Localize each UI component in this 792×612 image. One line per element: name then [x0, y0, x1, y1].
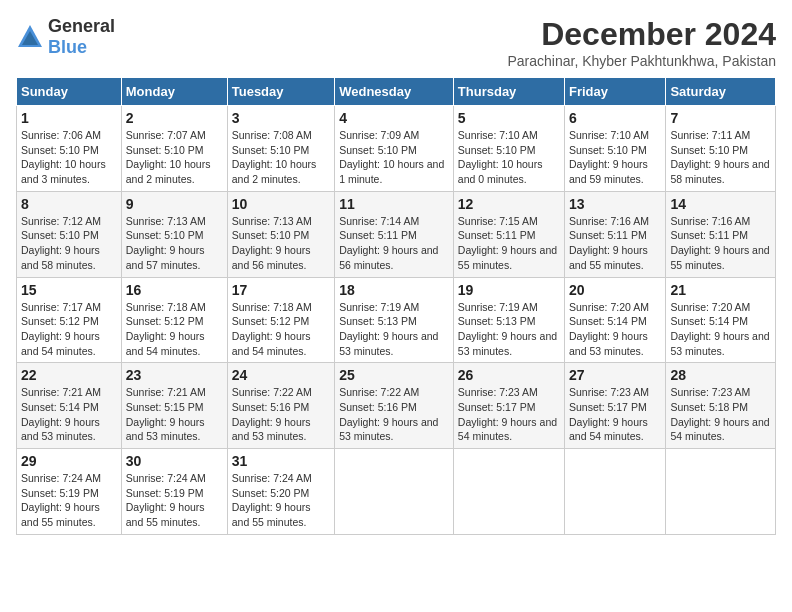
day-detail: Sunrise: 7:20 AMSunset: 5:14 PMDaylight:…: [569, 300, 661, 359]
day-detail: Sunrise: 7:11 AMSunset: 5:10 PMDaylight:…: [670, 128, 771, 187]
calendar-cell: [335, 449, 454, 535]
week-row-2: 8Sunrise: 7:12 AMSunset: 5:10 PMDaylight…: [17, 191, 776, 277]
day-detail: Sunrise: 7:23 AMSunset: 5:17 PMDaylight:…: [458, 385, 560, 444]
column-header-tuesday: Tuesday: [227, 78, 334, 106]
header-row: SundayMondayTuesdayWednesdayThursdayFrid…: [17, 78, 776, 106]
day-number: 8: [21, 196, 117, 212]
main-title: December 2024: [508, 16, 777, 53]
calendar-cell: 27Sunrise: 7:23 AMSunset: 5:17 PMDayligh…: [565, 363, 666, 449]
calendar-cell: 2Sunrise: 7:07 AMSunset: 5:10 PMDaylight…: [121, 106, 227, 192]
calendar-cell: 16Sunrise: 7:18 AMSunset: 5:12 PMDayligh…: [121, 277, 227, 363]
day-detail: Sunrise: 7:17 AMSunset: 5:12 PMDaylight:…: [21, 300, 117, 359]
day-detail: Sunrise: 7:23 AMSunset: 5:17 PMDaylight:…: [569, 385, 661, 444]
calendar-cell: 29Sunrise: 7:24 AMSunset: 5:19 PMDayligh…: [17, 449, 122, 535]
header: General Blue December 2024 Parachinar, K…: [16, 16, 776, 69]
calendar-cell: 6Sunrise: 7:10 AMSunset: 5:10 PMDaylight…: [565, 106, 666, 192]
day-detail: Sunrise: 7:24 AMSunset: 5:19 PMDaylight:…: [21, 471, 117, 530]
day-detail: Sunrise: 7:13 AMSunset: 5:10 PMDaylight:…: [232, 214, 330, 273]
day-number: 1: [21, 110, 117, 126]
calendar-cell: 12Sunrise: 7:15 AMSunset: 5:11 PMDayligh…: [453, 191, 564, 277]
day-number: 16: [126, 282, 223, 298]
calendar-cell: 31Sunrise: 7:24 AMSunset: 5:20 PMDayligh…: [227, 449, 334, 535]
day-detail: Sunrise: 7:14 AMSunset: 5:11 PMDaylight:…: [339, 214, 449, 273]
day-detail: Sunrise: 7:08 AMSunset: 5:10 PMDaylight:…: [232, 128, 330, 187]
logo-general: General: [48, 16, 115, 36]
day-number: 12: [458, 196, 560, 212]
day-detail: Sunrise: 7:19 AMSunset: 5:13 PMDaylight:…: [458, 300, 560, 359]
day-detail: Sunrise: 7:15 AMSunset: 5:11 PMDaylight:…: [458, 214, 560, 273]
calendar-cell: 5Sunrise: 7:10 AMSunset: 5:10 PMDaylight…: [453, 106, 564, 192]
calendar-cell: 30Sunrise: 7:24 AMSunset: 5:19 PMDayligh…: [121, 449, 227, 535]
week-row-3: 15Sunrise: 7:17 AMSunset: 5:12 PMDayligh…: [17, 277, 776, 363]
calendar-cell: 14Sunrise: 7:16 AMSunset: 5:11 PMDayligh…: [666, 191, 776, 277]
calendar-cell: 10Sunrise: 7:13 AMSunset: 5:10 PMDayligh…: [227, 191, 334, 277]
calendar-cell: 22Sunrise: 7:21 AMSunset: 5:14 PMDayligh…: [17, 363, 122, 449]
column-header-monday: Monday: [121, 78, 227, 106]
day-number: 18: [339, 282, 449, 298]
day-detail: Sunrise: 7:22 AMSunset: 5:16 PMDaylight:…: [232, 385, 330, 444]
day-number: 15: [21, 282, 117, 298]
day-number: 31: [232, 453, 330, 469]
calendar-cell: 25Sunrise: 7:22 AMSunset: 5:16 PMDayligh…: [335, 363, 454, 449]
column-header-friday: Friday: [565, 78, 666, 106]
day-detail: Sunrise: 7:07 AMSunset: 5:10 PMDaylight:…: [126, 128, 223, 187]
day-number: 24: [232, 367, 330, 383]
calendar-cell: [453, 449, 564, 535]
day-number: 22: [21, 367, 117, 383]
day-detail: Sunrise: 7:21 AMSunset: 5:14 PMDaylight:…: [21, 385, 117, 444]
day-number: 30: [126, 453, 223, 469]
day-number: 27: [569, 367, 661, 383]
day-detail: Sunrise: 7:09 AMSunset: 5:10 PMDaylight:…: [339, 128, 449, 187]
week-row-1: 1Sunrise: 7:06 AMSunset: 5:10 PMDaylight…: [17, 106, 776, 192]
calendar-cell: 17Sunrise: 7:18 AMSunset: 5:12 PMDayligh…: [227, 277, 334, 363]
day-detail: Sunrise: 7:12 AMSunset: 5:10 PMDaylight:…: [21, 214, 117, 273]
column-header-wednesday: Wednesday: [335, 78, 454, 106]
week-row-5: 29Sunrise: 7:24 AMSunset: 5:19 PMDayligh…: [17, 449, 776, 535]
day-number: 7: [670, 110, 771, 126]
calendar-cell: 23Sunrise: 7:21 AMSunset: 5:15 PMDayligh…: [121, 363, 227, 449]
logo-blue: Blue: [48, 37, 87, 57]
day-number: 26: [458, 367, 560, 383]
calendar-cell: [666, 449, 776, 535]
day-detail: Sunrise: 7:20 AMSunset: 5:14 PMDaylight:…: [670, 300, 771, 359]
day-detail: Sunrise: 7:23 AMSunset: 5:18 PMDaylight:…: [670, 385, 771, 444]
day-detail: Sunrise: 7:24 AMSunset: 5:19 PMDaylight:…: [126, 471, 223, 530]
day-detail: Sunrise: 7:24 AMSunset: 5:20 PMDaylight:…: [232, 471, 330, 530]
day-detail: Sunrise: 7:18 AMSunset: 5:12 PMDaylight:…: [126, 300, 223, 359]
day-number: 28: [670, 367, 771, 383]
column-header-sunday: Sunday: [17, 78, 122, 106]
calendar-cell: 26Sunrise: 7:23 AMSunset: 5:17 PMDayligh…: [453, 363, 564, 449]
calendar-cell: 24Sunrise: 7:22 AMSunset: 5:16 PMDayligh…: [227, 363, 334, 449]
day-detail: Sunrise: 7:13 AMSunset: 5:10 PMDaylight:…: [126, 214, 223, 273]
calendar-cell: 1Sunrise: 7:06 AMSunset: 5:10 PMDaylight…: [17, 106, 122, 192]
day-number: 11: [339, 196, 449, 212]
logo: General Blue: [16, 16, 115, 58]
calendar-cell: 8Sunrise: 7:12 AMSunset: 5:10 PMDaylight…: [17, 191, 122, 277]
day-number: 3: [232, 110, 330, 126]
day-detail: Sunrise: 7:21 AMSunset: 5:15 PMDaylight:…: [126, 385, 223, 444]
calendar-cell: 11Sunrise: 7:14 AMSunset: 5:11 PMDayligh…: [335, 191, 454, 277]
calendar-cell: 9Sunrise: 7:13 AMSunset: 5:10 PMDaylight…: [121, 191, 227, 277]
calendar-cell: 28Sunrise: 7:23 AMSunset: 5:18 PMDayligh…: [666, 363, 776, 449]
calendar-cell: 21Sunrise: 7:20 AMSunset: 5:14 PMDayligh…: [666, 277, 776, 363]
day-number: 23: [126, 367, 223, 383]
calendar-cell: 4Sunrise: 7:09 AMSunset: 5:10 PMDaylight…: [335, 106, 454, 192]
day-number: 4: [339, 110, 449, 126]
day-number: 20: [569, 282, 661, 298]
calendar-cell: [565, 449, 666, 535]
logo-icon: [16, 23, 44, 51]
day-number: 6: [569, 110, 661, 126]
day-number: 14: [670, 196, 771, 212]
day-number: 5: [458, 110, 560, 126]
day-number: 13: [569, 196, 661, 212]
day-detail: Sunrise: 7:16 AMSunset: 5:11 PMDaylight:…: [670, 214, 771, 273]
day-number: 29: [21, 453, 117, 469]
column-header-saturday: Saturday: [666, 78, 776, 106]
day-detail: Sunrise: 7:18 AMSunset: 5:12 PMDaylight:…: [232, 300, 330, 359]
calendar-cell: 3Sunrise: 7:08 AMSunset: 5:10 PMDaylight…: [227, 106, 334, 192]
day-number: 9: [126, 196, 223, 212]
column-header-thursday: Thursday: [453, 78, 564, 106]
day-detail: Sunrise: 7:19 AMSunset: 5:13 PMDaylight:…: [339, 300, 449, 359]
day-number: 21: [670, 282, 771, 298]
calendar-cell: 13Sunrise: 7:16 AMSunset: 5:11 PMDayligh…: [565, 191, 666, 277]
